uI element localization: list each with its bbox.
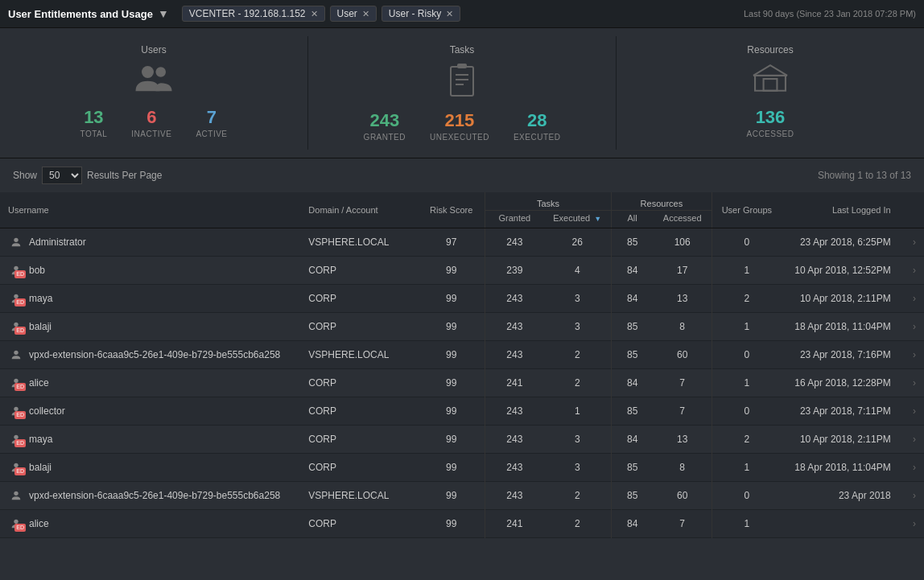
td-expand[interactable]: › <box>899 426 924 454</box>
table-row: vpxd-extension-6caaa9c5-26e1-409e-b729-b… <box>0 341 924 369</box>
th-usergroups[interactable]: User Groups <box>712 192 781 228</box>
svg-point-0 <box>142 66 154 78</box>
table-header-group-row: Username Domain / Account Risk Score Tas… <box>0 192 924 211</box>
th-resources-group: Resources <box>611 192 712 211</box>
expand-chevron-icon[interactable]: › <box>913 518 916 529</box>
td-granted: 243 <box>485 313 544 341</box>
user-badge: ED <box>14 524 26 532</box>
th-expand <box>899 192 924 228</box>
svg-point-18 <box>14 520 18 524</box>
td-domain: CORP <box>300 454 418 482</box>
td-expand[interactable]: › <box>899 285 924 313</box>
filter-tag-user-close[interactable]: ✕ <box>362 9 369 19</box>
td-expand[interactable]: › <box>899 482 924 510</box>
th-res-accessed[interactable]: Accessed <box>653 211 712 228</box>
expand-chevron-icon[interactable]: › <box>913 321 916 332</box>
per-page-select[interactable]: 50 25 100 <box>42 167 82 184</box>
filter-tag-risky-close[interactable]: ✕ <box>446 9 453 19</box>
td-granted: 241 <box>485 369 544 397</box>
svg-rect-3 <box>457 64 467 68</box>
td-usergroups: 2 <box>712 426 781 454</box>
td-usergroups: 0 <box>712 397 781 426</box>
td-lastlogged: 23 Apr 2018, 7:11PM <box>782 397 899 426</box>
user-icon: ED <box>8 431 24 447</box>
th-tasks-group: Tasks <box>485 192 612 211</box>
expand-chevron-icon[interactable]: › <box>913 377 916 389</box>
filter-tag-vcenter-close[interactable]: ✕ <box>311 9 318 19</box>
stat-users-total-label: TOTAL <box>80 130 107 138</box>
table-container: Username Domain / Account Risk Score Tas… <box>0 192 924 546</box>
td-risk: 99 <box>418 482 485 510</box>
expand-chevron-icon[interactable]: › <box>913 405 916 417</box>
resources-icon <box>750 62 790 99</box>
td-res-all: 85 <box>611 454 653 482</box>
stat-resources-accessed-label: ACCESSED <box>746 130 794 138</box>
table-row: ED balaji CORP 99 243 3 85 8 1 18 Apr 20… <box>0 313 924 341</box>
td-domain: CORP <box>300 510 418 538</box>
th-lastlogged[interactable]: Last Logged In <box>782 192 899 228</box>
td-res-accessed: 7 <box>653 510 712 538</box>
stats-users-numbers: 13 TOTAL 6 INACTIVE 7 ACTIVE <box>80 107 227 138</box>
td-res-all: 85 <box>611 397 653 426</box>
td-risk: 99 <box>418 285 485 313</box>
user-icon: ED <box>8 459 24 475</box>
table-row: ED alice CORP 99 241 2 84 7 1 › <box>0 510 924 538</box>
stat-tasks-unexecuted-label: UNEXECUTED <box>430 133 489 142</box>
stats-resources-title: Resources <box>747 44 793 56</box>
expand-chevron-icon[interactable]: › <box>913 490 916 501</box>
th-risk[interactable]: Risk Score <box>418 192 485 228</box>
td-granted: 243 <box>485 482 544 510</box>
table-row: vpxd-extension-6caaa9c5-26e1-409e-b729-b… <box>0 482 924 510</box>
td-expand[interactable]: › <box>899 228 924 257</box>
expand-chevron-icon[interactable]: › <box>913 434 916 445</box>
title-dropdown-icon[interactable]: ▼ <box>158 7 169 20</box>
td-domain: CORP <box>300 285 418 313</box>
td-granted: 239 <box>485 257 544 285</box>
th-domain[interactable]: Domain / Account <box>300 192 418 228</box>
stat-tasks-unexecuted-value: 215 <box>445 110 475 131</box>
table-row: ED maya CORP 99 243 3 84 13 2 10 Apr 201… <box>0 426 924 454</box>
td-expand[interactable]: › <box>899 257 924 285</box>
user-icon <box>8 347 24 363</box>
td-granted: 243 <box>485 341 544 369</box>
td-expand[interactable]: › <box>899 510 924 538</box>
svg-point-16 <box>14 463 18 467</box>
th-username[interactable]: Username <box>0 192 300 228</box>
td-res-accessed: 8 <box>653 313 712 341</box>
td-res-accessed: 7 <box>653 397 712 426</box>
td-expand[interactable]: › <box>899 369 924 397</box>
stat-users-active-label: ACTIVE <box>196 130 227 138</box>
td-res-accessed: 13 <box>653 285 712 313</box>
stats-tasks-numbers: 243 GRANTED 215 UNEXECUTED 28 EXECUTED <box>364 110 561 142</box>
expand-chevron-icon[interactable]: › <box>913 265 916 276</box>
td-executed: 3 <box>544 454 612 482</box>
td-res-accessed: 7 <box>653 369 712 397</box>
td-risk: 99 <box>418 313 485 341</box>
user-icon: ED <box>8 262 24 278</box>
td-lastlogged: 10 Apr 2018, 2:11PM <box>782 426 899 454</box>
td-domain: CORP <box>300 369 418 397</box>
stat-tasks-executed-label: EXECUTED <box>514 133 560 142</box>
td-res-all: 85 <box>611 228 653 257</box>
user-badge: ED <box>14 298 26 306</box>
th-tasks-executed sortable[interactable]: Executed ▼ <box>544 211 612 228</box>
th-res-all[interactable]: All <box>611 211 653 228</box>
expand-chevron-icon[interactable]: › <box>913 293 916 304</box>
td-expand[interactable]: › <box>899 397 924 426</box>
td-expand[interactable]: › <box>899 341 924 369</box>
filter-tag-risky: User - Risky ✕ <box>382 6 460 22</box>
stat-tasks-unexecuted: 215 UNEXECUTED <box>430 110 489 142</box>
svg-point-11 <box>14 323 18 327</box>
expand-chevron-icon[interactable]: › <box>913 237 916 248</box>
user-badge: ED <box>14 439 26 447</box>
showing-text: Showing 1 to 13 of 13 <box>818 170 911 181</box>
th-tasks-granted[interactable]: Granted <box>485 211 544 228</box>
td-expand[interactable]: › <box>899 454 924 482</box>
stats-tasks-panel: Tasks 243 GRANTED 215 UNEXECUTED 28 EXEC… <box>308 36 617 150</box>
td-usergroups: 1 <box>712 257 781 285</box>
td-expand[interactable]: › <box>899 313 924 341</box>
expand-chevron-icon[interactable]: › <box>913 349 916 360</box>
td-executed: 3 <box>544 285 612 313</box>
stats-users-panel: Users 13 TOTAL 6 INACTIVE 7 ACTIVE <box>0 36 308 150</box>
expand-chevron-icon[interactable]: › <box>913 462 916 473</box>
